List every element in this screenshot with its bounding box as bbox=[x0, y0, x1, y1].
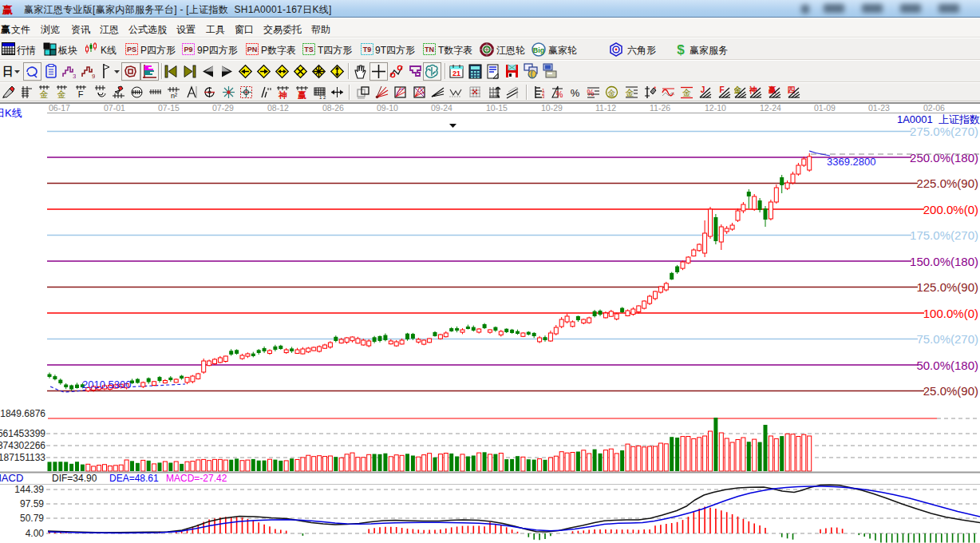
svg-text:12-10: 12-10 bbox=[705, 103, 726, 113]
svg-text:08-12: 08-12 bbox=[267, 103, 289, 113]
svg-text:3369.2800: 3369.2800 bbox=[827, 156, 875, 168]
svg-text:10-29: 10-29 bbox=[541, 103, 563, 113]
svg-text:01-23: 01-23 bbox=[868, 103, 890, 113]
svg-text:MACD=-27.42: MACD=-27.42 bbox=[166, 473, 227, 484]
svg-text:MACD: MACD bbox=[0, 472, 23, 484]
svg-text:2010.5300: 2010.5300 bbox=[82, 379, 131, 390]
svg-text:100.0%(0): 100.0%(0) bbox=[923, 307, 978, 320]
svg-text:150.0%(180): 150.0%(180) bbox=[910, 255, 978, 268]
svg-text:200.0%(0): 200.0%(0) bbox=[923, 203, 978, 216]
svg-text:06-17: 06-17 bbox=[49, 103, 70, 113]
svg-text:50.79: 50.79 bbox=[20, 513, 44, 524]
svg-text:DEA=48.61: DEA=48.61 bbox=[109, 473, 159, 484]
svg-text:97.59: 97.59 bbox=[20, 498, 44, 509]
svg-text:144.39: 144.39 bbox=[14, 484, 44, 495]
svg-text:02-06: 02-06 bbox=[923, 103, 945, 113]
svg-text:01-09: 01-09 bbox=[814, 103, 836, 113]
svg-text:11-12: 11-12 bbox=[595, 103, 616, 113]
svg-text:374302266: 374302266 bbox=[0, 440, 45, 451]
svg-text:07-01: 07-01 bbox=[104, 103, 125, 113]
svg-text:09-10: 09-10 bbox=[377, 103, 398, 113]
svg-text:07-29: 07-29 bbox=[212, 103, 234, 113]
svg-text:1849.6876: 1849.6876 bbox=[0, 408, 45, 419]
svg-text:07-15: 07-15 bbox=[158, 103, 180, 113]
svg-text:125.0%(90): 125.0%(90) bbox=[916, 280, 978, 294]
svg-text:175.0%(270): 175.0%(270) bbox=[910, 228, 978, 242]
svg-text:275.0%(270): 275.0%(270) bbox=[910, 125, 978, 138]
svg-text:250.0%(180): 250.0%(180) bbox=[910, 151, 978, 164]
svg-text:09-24: 09-24 bbox=[431, 103, 452, 113]
svg-text:187151133: 187151133 bbox=[0, 452, 45, 463]
svg-text:4.00: 4.00 bbox=[26, 528, 45, 539]
svg-text:75.0%(270): 75.0%(270) bbox=[916, 332, 978, 346]
svg-text:561453399: 561453399 bbox=[0, 428, 45, 439]
svg-text:10-15: 10-15 bbox=[486, 103, 508, 113]
svg-text:1A0001 上证指数: 1A0001 上证指数 bbox=[897, 113, 980, 125]
svg-text:25.0%(90): 25.0%(90) bbox=[923, 384, 978, 398]
svg-text:08-26: 08-26 bbox=[322, 103, 344, 113]
svg-text:11-26: 11-26 bbox=[650, 103, 670, 113]
svg-text:50.0%(180): 50.0%(180) bbox=[916, 359, 978, 372]
svg-text:DIF=34.90: DIF=34.90 bbox=[52, 473, 97, 484]
svg-text:225.0%(90): 225.0%(90) bbox=[916, 176, 978, 190]
svg-text:12-24: 12-24 bbox=[760, 103, 781, 113]
